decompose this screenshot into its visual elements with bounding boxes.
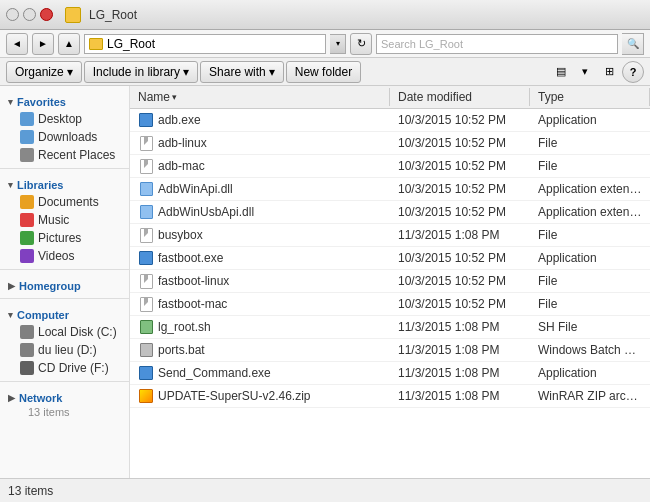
sidebar-libraries-header[interactable]: ▾ Libraries — [0, 173, 129, 193]
sidebar-computer-header[interactable]: ▾ Computer — [0, 303, 129, 323]
minimize-button[interactable] — [6, 8, 19, 21]
table-row[interactable]: adb-mac 10/3/2015 10:52 PM File 204 KB — [130, 155, 650, 178]
file-name-cell: Send_Command.exe — [130, 363, 390, 383]
desktop-icon — [20, 112, 34, 126]
file-icon — [138, 135, 154, 151]
include-label: Include in library — [93, 65, 180, 79]
file-name: adb-linux — [158, 136, 207, 150]
view-tiles-button[interactable]: ▾ — [574, 61, 596, 83]
sidebar-divider-1 — [0, 168, 129, 169]
view-grid-button[interactable]: ⊞ — [598, 61, 620, 83]
videos-icon — [20, 249, 34, 263]
share-with-button[interactable]: Share with ▾ — [200, 61, 284, 83]
file-type: Application extens... — [530, 203, 650, 221]
libraries-chevron: ▾ — [8, 180, 13, 190]
address-input[interactable]: LG_Root — [84, 34, 326, 54]
file-name: fastboot-linux — [158, 274, 229, 288]
table-row[interactable]: AdbWinApi.dll 10/3/2015 10:52 PM Applica… — [130, 178, 650, 201]
sidebar-item-videos[interactable]: Videos — [0, 247, 129, 265]
file-icon — [138, 365, 154, 381]
title-folder-icon — [65, 7, 81, 23]
file-icon — [138, 227, 154, 243]
sidebar-item-cd-drive[interactable]: CD Drive (F:) — [0, 359, 129, 377]
address-dropdown-button[interactable]: ▾ — [330, 34, 346, 54]
d-drive-icon — [20, 343, 34, 357]
sidebar-network-header[interactable]: ▶ Network — [0, 386, 129, 406]
address-bar: ◄ ► ▲ LG_Root ▾ ↻ Search LG_Root 🔍 — [0, 30, 650, 58]
file-name-cell: fastboot.exe — [130, 248, 390, 268]
refresh-button[interactable]: ↻ — [350, 33, 372, 55]
close-button[interactable] — [40, 8, 53, 21]
address-path: LG_Root — [107, 37, 155, 51]
file-name: AdbWinUsbApi.dll — [158, 205, 254, 219]
sidebar-item-documents[interactable]: Documents — [0, 193, 129, 211]
sidebar-item-recent[interactable]: Recent Places — [0, 146, 129, 164]
search-submit-button[interactable]: 🔍 — [622, 33, 644, 55]
file-date: 11/3/2015 1:08 PM — [390, 341, 530, 359]
status-item-count: 13 items — [8, 484, 642, 498]
file-name: fastboot.exe — [158, 251, 223, 265]
table-row[interactable]: AdbWinUsbApi.dll 10/3/2015 10:52 PM Appl… — [130, 201, 650, 224]
bat-file-icon — [140, 343, 153, 357]
maximize-button[interactable] — [23, 8, 36, 21]
help-button[interactable]: ? — [622, 61, 644, 83]
file-icon — [138, 204, 154, 220]
sidebar-homegroup-label: Homegroup — [19, 280, 81, 292]
file-rows-container: adb.exe 10/3/2015 10:52 PM Application 7… — [130, 109, 650, 408]
sidebar-item-desktop[interactable]: Desktop — [0, 110, 129, 128]
file-type: WinRAR ZIP archive — [530, 387, 650, 405]
name-sort-icon: ▾ — [172, 92, 177, 102]
file-name: Send_Command.exe — [158, 366, 271, 380]
file-name-cell: UPDATE-SuperSU-v2.46.zip — [130, 386, 390, 406]
sidebar-item-pictures[interactable]: Pictures — [0, 229, 129, 247]
file-type: Application — [530, 249, 650, 267]
organize-button[interactable]: Organize ▾ — [6, 61, 82, 83]
table-row[interactable]: fastboot-linux 10/3/2015 10:52 PM File 5… — [130, 270, 650, 293]
dll-file-icon — [140, 182, 153, 196]
table-row[interactable]: busybox 11/3/2015 1:08 PM File 1,024 KB — [130, 224, 650, 247]
share-label: Share with — [209, 65, 266, 79]
table-row[interactable]: fastboot-mac 10/3/2015 10:52 PM File 153… — [130, 293, 650, 316]
file-name-cell: AdbWinUsbApi.dll — [130, 202, 390, 222]
cd-drive-icon — [20, 361, 34, 375]
new-folder-button[interactable]: New folder — [286, 61, 361, 83]
forward-button[interactable]: ► — [32, 33, 54, 55]
table-row[interactable]: adb.exe 10/3/2015 10:52 PM Application 7… — [130, 109, 650, 132]
sidebar-item-music[interactable]: Music — [0, 211, 129, 229]
zip-file-icon — [139, 389, 153, 403]
sidebar-local-disk-label: Local Disk (C:) — [38, 325, 117, 339]
search-placeholder: Search LG_Root — [381, 38, 463, 50]
file-date: 11/3/2015 1:08 PM — [390, 364, 530, 382]
column-header-name[interactable]: Name ▾ — [130, 88, 390, 106]
file-type: Windows Batch File — [530, 341, 650, 359]
table-row[interactable]: UPDATE-SuperSU-v2.46.zip 11/3/2015 1:08 … — [130, 385, 650, 408]
sidebar-cd-drive-label: CD Drive (F:) — [38, 361, 109, 375]
sidebar-item-downloads[interactable]: Downloads — [0, 128, 129, 146]
view-details-button[interactable]: ▤ — [550, 61, 572, 83]
file-name: busybox — [158, 228, 203, 242]
file-date: 10/3/2015 10:52 PM — [390, 180, 530, 198]
new-folder-label: New folder — [295, 65, 352, 79]
table-row[interactable]: adb-linux 10/3/2015 10:52 PM File 4,468 … — [130, 132, 650, 155]
sidebar-homegroup-header[interactable]: ▶ Homegroup — [0, 274, 129, 294]
table-row[interactable]: fastboot.exe 10/3/2015 10:52 PM Applicat… — [130, 247, 650, 270]
up-button[interactable]: ▲ — [58, 33, 80, 55]
sidebar-documents-label: Documents — [38, 195, 99, 209]
column-header-type[interactable]: Type — [530, 88, 650, 106]
sidebar-favorites-header[interactable]: ▾ Favorites — [0, 90, 129, 110]
exe-file-icon — [139, 251, 153, 265]
file-type: File — [530, 157, 650, 175]
sidebar-libraries-label: Libraries — [17, 179, 63, 191]
search-input[interactable]: Search LG_Root — [376, 34, 618, 54]
organize-dropdown-icon: ▾ — [67, 65, 73, 79]
table-row[interactable]: Send_Command.exe 11/3/2015 1:08 PM Appli… — [130, 362, 650, 385]
table-row[interactable]: ports.bat 11/3/2015 1:08 PM Windows Batc… — [130, 339, 650, 362]
file-list: Name ▾ Date modified Type Size adb.exe 1… — [130, 86, 650, 478]
table-row[interactable]: lg_root.sh 11/3/2015 1:08 PM SH File 10 … — [130, 316, 650, 339]
sidebar-item-local-disk[interactable]: Local Disk (C:) — [0, 323, 129, 341]
sidebar-item-d-drive[interactable]: du lieu (D:) — [0, 341, 129, 359]
back-button[interactable]: ◄ — [6, 33, 28, 55]
column-header-date[interactable]: Date modified — [390, 88, 530, 106]
include-in-library-button[interactable]: Include in library ▾ — [84, 61, 198, 83]
file-name: lg_root.sh — [158, 320, 211, 334]
